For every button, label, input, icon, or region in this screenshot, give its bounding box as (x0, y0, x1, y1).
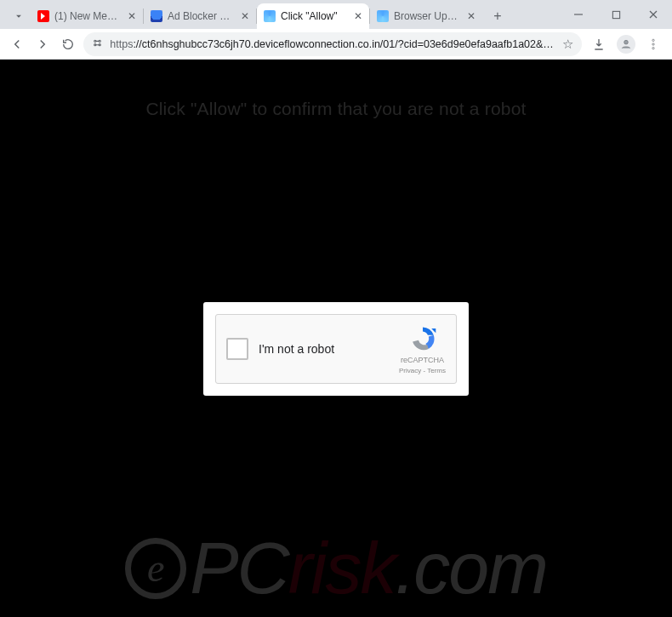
tab-title: Click "Allow" (281, 10, 349, 22)
downloads-button[interactable] (587, 32, 611, 56)
minimize-button[interactable] (560, 0, 597, 29)
profile-button[interactable] (614, 32, 638, 56)
recaptcha-brand: reCAPTCHA Privacy - Terms (399, 324, 446, 374)
tab-browser-update[interactable]: Browser Update ✕ (370, 3, 482, 29)
address-bar[interactable]: https://ct6nhsghubcc73c6jh70.deviceflowc… (83, 32, 582, 56)
recaptcha-icon (408, 324, 437, 353)
recaptcha-label: I'm not a robot (259, 342, 389, 356)
tab-search-button[interactable] (7, 3, 31, 29)
svg-rect-1 (612, 11, 619, 18)
svg-point-11 (652, 47, 654, 49)
forward-button[interactable] (32, 32, 53, 56)
tab-title: Browser Update (394, 10, 462, 22)
page-heading: Click "Allow" to confirm that you are no… (0, 99, 672, 119)
avatar-icon (617, 35, 635, 54)
page-content: Click "Allow" to confirm that you are no… (0, 60, 672, 617)
reload-button[interactable] (58, 32, 78, 56)
toolbar-right (587, 32, 665, 56)
back-button[interactable] (7, 32, 27, 56)
recaptcha-subtext: Privacy - Terms (399, 367, 446, 374)
watermark-risk: risk (288, 527, 396, 608)
watermark-logo: e (125, 538, 186, 599)
watermark: e PCrisk.com (0, 531, 672, 605)
window-controls (560, 0, 672, 29)
url-rest: ://ct6nhsghubcc73c6jh70.deviceflowconnec… (133, 38, 555, 50)
url-protocol: https (110, 38, 133, 50)
close-tab-button[interactable]: ✕ (467, 10, 476, 22)
svg-point-5 (99, 40, 100, 42)
svg-point-4 (94, 40, 96, 42)
watermark-dotcom: .com (395, 527, 546, 608)
svg-point-9 (652, 39, 654, 41)
tab-title: Ad Blocker Elite (168, 10, 236, 22)
recaptcha-checkbox[interactable] (226, 338, 248, 360)
tab-click-allow[interactable]: Click "Allow" ✕ (257, 3, 369, 29)
recaptcha-inner: I'm not a robot reCAPTCHA Privacy - Term… (215, 314, 457, 384)
globe-icon (377, 10, 389, 22)
titlebar: (1) New Message! ✕ Ad Blocker Elite ✕ Cl… (0, 0, 672, 29)
tab-ad-blocker[interactable]: Ad Blocker Elite ✕ (144, 3, 256, 29)
recaptcha-card: I'm not a robot reCAPTCHA Privacy - Term… (203, 302, 469, 396)
close-tab-button[interactable]: ✕ (354, 10, 362, 22)
shield-icon (151, 10, 162, 22)
recaptcha-brand-text: reCAPTCHA (401, 356, 444, 364)
url-text: https://ct6nhsghubcc73c6jh70.deviceflowc… (110, 38, 555, 50)
tab-new-message[interactable]: (1) New Message! ✕ (31, 3, 143, 29)
site-info-icon[interactable] (92, 37, 103, 51)
maximize-button[interactable] (597, 0, 635, 29)
svg-point-8 (624, 40, 629, 44)
youtube-icon (37, 10, 49, 22)
close-window-button[interactable] (635, 0, 672, 29)
svg-point-10 (652, 43, 654, 44)
close-tab-button[interactable]: ✕ (128, 10, 136, 22)
globe-icon (264, 10, 276, 22)
watermark-text: PCrisk.com (190, 531, 547, 605)
toolbar: https://ct6nhsghubcc73c6jh70.deviceflowc… (0, 29, 672, 60)
tab-title: (1) New Message! (54, 10, 122, 22)
close-tab-button[interactable]: ✕ (241, 10, 249, 22)
new-tab-button[interactable]: + (486, 4, 510, 28)
watermark-pc: PC (190, 527, 288, 608)
bookmark-icon[interactable]: ☆ (562, 37, 573, 52)
menu-button[interactable] (641, 32, 665, 56)
